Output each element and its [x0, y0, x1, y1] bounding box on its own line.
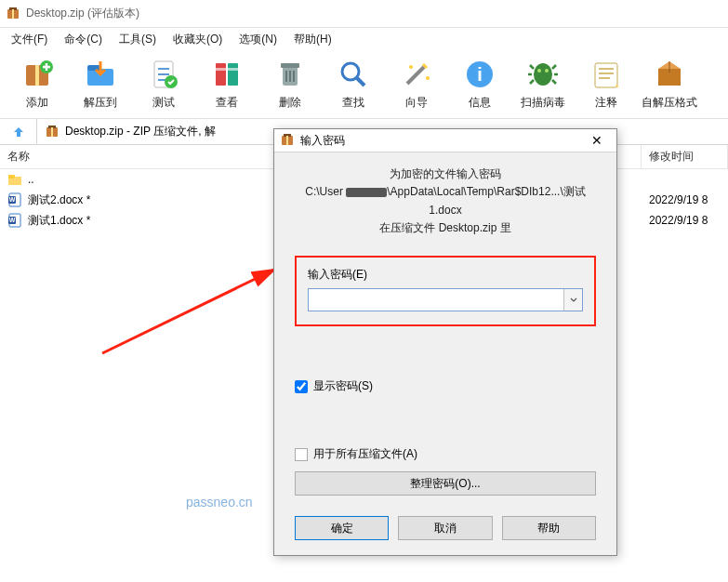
password-dropdown-button[interactable]	[563, 289, 582, 311]
dialog-titlebar: 输入密码 ✕	[274, 129, 616, 152]
svg-rect-29	[8, 175, 15, 179]
ok-button[interactable]: 确定	[295, 516, 389, 540]
svg-rect-7	[87, 65, 100, 71]
tool-scan-label: 扫描病毒	[521, 95, 565, 111]
tool-comment[interactable]: 注释	[575, 54, 638, 112]
svg-point-15	[342, 63, 359, 80]
svg-point-22	[545, 69, 549, 73]
tool-add[interactable]: 添加	[6, 54, 69, 112]
svg-point-21	[537, 69, 541, 73]
menu-command[interactable]: 命令(C)	[57, 29, 110, 50]
title-bar: Desktop.zip (评估版本)	[0, 0, 728, 28]
svg-line-36	[102, 270, 274, 353]
svg-text:i: i	[477, 64, 483, 85]
menu-help[interactable]: 帮助(H)	[286, 29, 339, 50]
tool-info-label: 信息	[469, 95, 491, 111]
menu-bar: 文件(F) 命令(C) 工具(S) 收藏夹(O) 选项(N) 帮助(H)	[0, 28, 728, 50]
tool-sfx[interactable]: 自解压格式	[638, 54, 701, 112]
svg-text:W: W	[9, 217, 16, 223]
svg-point-16	[409, 65, 413, 69]
dialog-line2: C:\User \AppData\Local\Temp\Rar$DIb12...…	[295, 183, 596, 218]
svg-rect-4	[35, 65, 39, 86]
file-modified: 2022/9/19 8	[642, 193, 728, 206]
view-icon	[208, 56, 245, 93]
svg-rect-11	[228, 63, 238, 86]
tool-wizard[interactable]: 向导	[385, 54, 448, 112]
tool-find-label: 查找	[342, 95, 364, 111]
tool-delete-label: 删除	[279, 95, 301, 111]
all-archives-label: 用于所有压缩文件(A)	[313, 446, 417, 462]
docx-icon: W	[7, 213, 22, 228]
virus-scan-icon	[524, 56, 562, 93]
svg-rect-39	[286, 136, 288, 145]
col-modified[interactable]: 修改时间	[642, 145, 728, 168]
file-modified: 2022/9/19 8	[642, 214, 728, 227]
sfx-icon	[651, 56, 688, 93]
archive-icon	[45, 125, 60, 139]
test-icon	[145, 56, 182, 93]
checkbox-icon	[295, 448, 308, 461]
password-label: 输入密码(E)	[308, 267, 583, 283]
menu-options[interactable]: 选项(N)	[232, 29, 285, 50]
menu-fav[interactable]: 收藏夹(O)	[165, 29, 230, 50]
window-title: Desktop.zip (评估版本)	[26, 6, 139, 21]
tool-test[interactable]: 测试	[132, 54, 195, 112]
dialog-title: 输入密码	[300, 133, 583, 149]
dialog-line3: 在压缩文件 Desktop.zip 里	[295, 219, 596, 237]
svg-rect-12	[216, 68, 238, 71]
show-password-checkbox[interactable]: 显示密码(S)	[295, 378, 596, 394]
watermark-text: passneo.cn	[186, 495, 253, 509]
delete-icon	[271, 56, 309, 93]
tool-info[interactable]: i 信息	[448, 54, 511, 112]
redacted-text	[346, 188, 387, 197]
extract-icon	[82, 56, 119, 93]
password-input[interactable]	[309, 289, 563, 311]
dialog-buttons: 确定 取消 帮助	[274, 505, 616, 555]
svg-rect-14	[281, 63, 299, 68]
organize-passwords-button[interactable]: 整理密码(O)...	[295, 471, 596, 496]
tool-wizard-label: 向导	[405, 95, 428, 111]
dialog-message: 为加密的文件输入密码 C:\User \AppData\Local\Temp\R…	[295, 165, 596, 237]
toolbar: 添加 解压到 测试 查看 删除 查找 向导 i 信息 扫描病毒 注释 自解压格式	[0, 50, 728, 119]
chevron-down-icon	[570, 297, 577, 304]
tool-view-label: 查看	[216, 95, 238, 111]
tool-view[interactable]: 查看	[195, 54, 258, 112]
info-icon: i	[461, 56, 498, 93]
svg-point-17	[426, 76, 430, 80]
menu-file[interactable]: 文件(F)	[4, 29, 55, 50]
file-name: 测试2.docx *	[28, 192, 90, 208]
tool-comment-label: 注释	[595, 95, 617, 111]
docx-icon: W	[7, 192, 22, 207]
wizard-icon	[398, 56, 435, 93]
find-icon	[335, 56, 372, 93]
file-name: 测试1.docx *	[28, 213, 90, 229]
address-text: Desktop.zip - ZIP 压缩文件, 解	[65, 124, 216, 139]
svg-text:W: W	[9, 196, 16, 203]
dialog-line1: 为加密的文件输入密码	[295, 165, 596, 183]
svg-rect-27	[51, 127, 53, 137]
password-group: 输入密码(E)	[295, 256, 596, 326]
tool-scan[interactable]: 扫描病毒	[511, 54, 575, 112]
svg-rect-23	[595, 63, 617, 87]
tool-extract[interactable]: 解压到	[69, 54, 132, 112]
close-button[interactable]: ✕	[583, 133, 611, 148]
password-dialog: 输入密码 ✕ 为加密的文件输入密码 C:\User \AppData\Local…	[273, 128, 617, 556]
tool-find[interactable]: 查找	[322, 54, 385, 112]
archive-icon	[280, 133, 295, 148]
comment-icon	[588, 56, 625, 93]
menu-tools[interactable]: 工具(S)	[112, 29, 164, 50]
svg-rect-2	[12, 9, 14, 19]
tool-sfx-label: 自解压格式	[642, 95, 697, 111]
app-icon	[6, 7, 20, 21]
help-button[interactable]: 帮助	[502, 516, 596, 540]
svg-rect-10	[216, 63, 226, 86]
tool-delete[interactable]: 删除	[258, 54, 322, 112]
show-password-input[interactable]	[295, 380, 308, 393]
folder-up-icon	[7, 172, 22, 187]
nav-up-button[interactable]	[0, 119, 37, 144]
show-password-label: 显示密码(S)	[313, 378, 373, 394]
cancel-button[interactable]: 取消	[398, 516, 492, 540]
all-archives-checkbox[interactable]: 用于所有压缩文件(A)	[295, 446, 596, 462]
tool-test-label: 测试	[152, 95, 175, 111]
password-input-wrap	[308, 288, 583, 311]
